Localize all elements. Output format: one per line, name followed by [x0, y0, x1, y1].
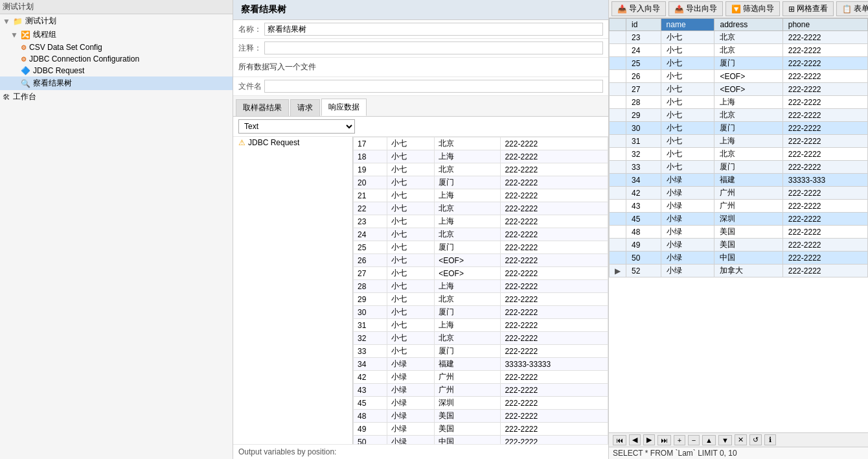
- table-row: 42小绿广州222-2222: [354, 371, 608, 384]
- first-btn[interactable]: ⏮: [613, 435, 626, 445]
- table-cell: 222-2222: [501, 241, 608, 254]
- row-indicator: [610, 226, 626, 239]
- tree-item-jdbc-req[interactable]: 🔷JDBC Request: [0, 65, 233, 76]
- table-cell: 北京: [435, 228, 501, 241]
- tree-item-jdbc-conn[interactable]: ⚙JDBC Connection Configuration: [0, 53, 233, 65]
- table-cell: 222-2222: [501, 137, 608, 150]
- table-cell: 222-2222: [501, 306, 608, 319]
- col-header-address[interactable]: address: [714, 19, 782, 31]
- grid-cell-address: 美国: [714, 239, 782, 252]
- grid-cell-phone: 222-2222: [782, 83, 867, 96]
- tree-item-workbench[interactable]: 🛠工作台: [0, 90, 233, 104]
- table-cell: 福建: [435, 358, 501, 371]
- table-cell: 小七: [387, 215, 435, 228]
- result-tree-panel: ⚠JDBC Request: [233, 137, 353, 444]
- tree-item-test-plan[interactable]: ▼📁测试计划: [0, 14, 233, 28]
- grid-cell-phone: 222-2222: [782, 122, 867, 135]
- last-btn[interactable]: ⏭: [657, 435, 671, 445]
- table-cell: 28: [354, 280, 387, 293]
- table-view-btn[interactable]: 📋 表单查看: [836, 1, 868, 16]
- prev-btn[interactable]: ◀: [629, 434, 641, 445]
- output-footer: Output variables by position:: [233, 444, 608, 459]
- result-tree-item[interactable]: ⚠JDBC Request: [233, 137, 352, 148]
- grid-container: idnameaddressphone23小七北京222-222224小七北京22…: [609, 18, 868, 432]
- table-cell: 小绿: [387, 358, 435, 371]
- tab-response-data[interactable]: 响应数据: [321, 99, 367, 116]
- type-selector[interactable]: TextHTMLJSONXMLRegExp Tester: [238, 119, 355, 134]
- tree-label: 测试计划: [25, 16, 56, 27]
- table-row: 21小七上海222-2222: [354, 189, 608, 202]
- col-header-name[interactable]: name: [661, 19, 714, 31]
- table-cell: 上海: [435, 319, 501, 332]
- row-indicator: [610, 174, 626, 187]
- export-wizard-btn[interactable]: 📤 导出向导: [668, 1, 723, 16]
- tree-item-thread-group[interactable]: ▼🔀线程组: [0, 28, 233, 41]
- all-data-label: 所有数据写入一个文件: [233, 58, 608, 77]
- refresh-btn[interactable]: ↺: [749, 434, 762, 445]
- table-cell: 小七: [387, 137, 435, 150]
- sql-bar: SELECT * FROM `Lam` LIMIT 0, 10: [609, 447, 868, 459]
- grid-view-btn[interactable]: ⊞ 网格查看: [782, 1, 834, 16]
- grid-cell-name: 小绿: [661, 239, 714, 252]
- table-cell: 222-2222: [501, 228, 608, 241]
- table-cell: 25: [354, 241, 387, 254]
- grid-row: 45小绿深圳222-2222: [610, 213, 868, 226]
- grid-cell-name: 小七: [661, 135, 714, 148]
- remove-btn[interactable]: −: [688, 435, 700, 445]
- table-cell: 小七: [387, 267, 435, 280]
- table-cell: 小七: [387, 228, 435, 241]
- row-indicator: [610, 252, 626, 265]
- tree-item-watch-result[interactable]: 🔍察看结果树: [0, 76, 233, 90]
- grid-cell-phone: 222-2222: [782, 200, 867, 213]
- table-cell: 222-2222: [501, 371, 608, 384]
- grid-row: 49小绿美国222-2222: [610, 239, 868, 252]
- down-btn[interactable]: ▼: [718, 435, 732, 445]
- up-btn[interactable]: ▲: [702, 435, 716, 445]
- add-btn[interactable]: +: [674, 435, 685, 445]
- table-cell: 222-2222: [501, 163, 608, 176]
- row-indicator: [610, 122, 626, 135]
- grid-cell-name: 小七: [661, 109, 714, 122]
- filter-wizard-btn[interactable]: 🔽 筛选向导: [725, 1, 780, 16]
- next-btn[interactable]: ▶: [643, 434, 655, 445]
- grid-cell-id: 27: [626, 83, 661, 96]
- table-row: 20小七厦门222-2222: [354, 176, 608, 189]
- col-header-id[interactable]: id: [626, 19, 661, 31]
- col-header-phone[interactable]: phone: [782, 19, 867, 31]
- table-row: 48小绿美国222-2222: [354, 410, 608, 423]
- row-indicator: [610, 239, 626, 252]
- response-data-area: 17小七北京222-222218小七上海222-222219小七北京222-22…: [353, 137, 608, 444]
- comment-input[interactable]: [264, 41, 603, 54]
- tab-sampler-result[interactable]: 取样器结果: [236, 99, 289, 116]
- table-cell: 50: [354, 436, 387, 445]
- table-cell: 美国: [435, 423, 501, 436]
- table-row: 24小七北京222-2222: [354, 228, 608, 241]
- table-cell: 222-2222: [501, 202, 608, 215]
- close-btn[interactable]: ✕: [735, 434, 747, 445]
- grid-cell-phone: 222-2222: [782, 213, 867, 226]
- tabs-bar: 取样器结果请求响应数据: [233, 96, 608, 117]
- table-cell: 上海: [435, 215, 501, 228]
- table-cell: 222-2222: [501, 332, 608, 345]
- table-row: 31小七上海222-2222: [354, 319, 608, 332]
- grid-cell-id: 42: [626, 187, 661, 200]
- info-btn[interactable]: ℹ: [764, 434, 776, 445]
- tab-request[interactable]: 请求: [290, 99, 320, 116]
- table-cell: 33333-33333: [501, 358, 608, 371]
- import-wizard-btn[interactable]: 📥 导入向导: [611, 1, 666, 16]
- table-cell: 222-2222: [501, 189, 608, 202]
- grid-cell-address: 广州: [714, 187, 782, 200]
- grid-row: 31小七上海222-2222: [610, 135, 868, 148]
- table-cell: 北京: [435, 332, 501, 345]
- table-cell: 49: [354, 423, 387, 436]
- grid-cell-phone: 222-2222: [782, 226, 867, 239]
- tree-item-csv-config[interactable]: ⚙CSV Data Set Config: [0, 41, 233, 53]
- file-input[interactable]: [264, 80, 603, 93]
- tree-label: 线程组: [33, 29, 56, 40]
- table-cell: 小七: [387, 254, 435, 267]
- filter-icon: 🔽: [731, 5, 741, 14]
- row-indicator: [610, 109, 626, 122]
- table-cell: 小七: [387, 176, 435, 189]
- table-cell: 厦门: [435, 345, 501, 358]
- name-input[interactable]: [264, 23, 603, 36]
